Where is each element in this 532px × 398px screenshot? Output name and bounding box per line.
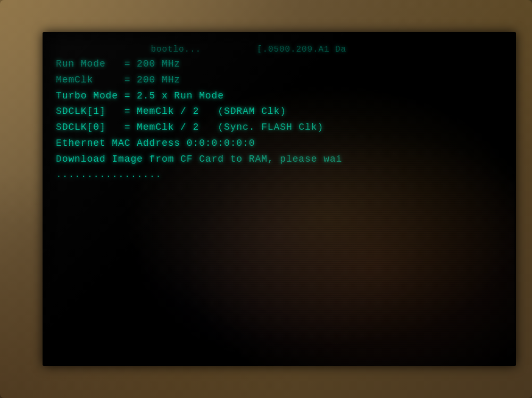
header-line: bootlo... [.0500.209.A1 Da bbox=[56, 43, 503, 56]
download-image-line: Download Image from CF Card to RAM, plea… bbox=[56, 152, 503, 168]
memclk-line: MemClk = 200 MHz bbox=[56, 72, 503, 88]
turbo-mode-line: Turbo Mode = 2.5 x Run Mode bbox=[56, 88, 503, 104]
run-mode-line: Run Mode = 200 MHz bbox=[56, 56, 503, 72]
progress-dots-line: ................. bbox=[56, 167, 503, 183]
sdclk0-line: SDCLK[0] = MemClk / 2 (Sync. FLASH Clk) bbox=[56, 120, 503, 136]
monitor-frame: bootlo... [.0500.209.A1 Da Run Mode = 20… bbox=[0, 0, 532, 398]
screen: bootlo... [.0500.209.A1 Da Run Mode = 20… bbox=[43, 32, 516, 366]
ethernet-mac-line: Ethernet MAC Address 0:0:0:0:0:0 bbox=[56, 136, 503, 152]
terminal-output: bootlo... [.0500.209.A1 Da Run Mode = 20… bbox=[43, 32, 516, 366]
sdclk1-line: SDCLK[1] = MemClk / 2 (SDRAM Clk) bbox=[56, 104, 503, 120]
